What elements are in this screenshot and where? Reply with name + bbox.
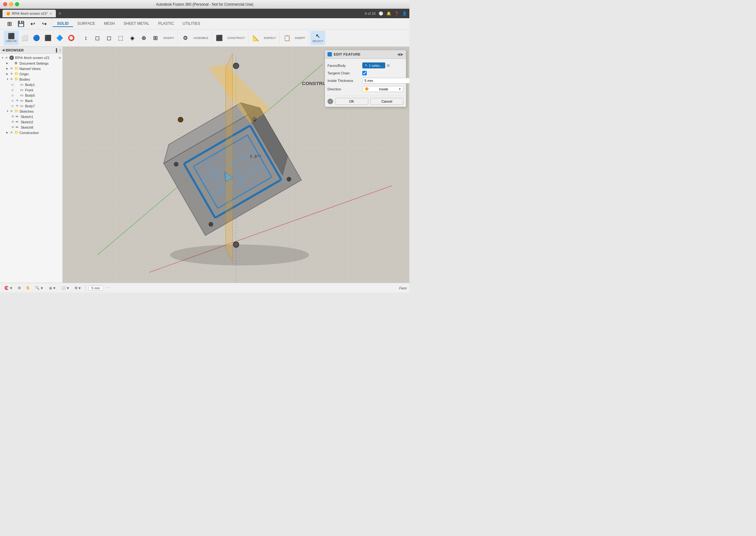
help-icon[interactable]: ❓: [394, 11, 399, 16]
faces-body-select-button[interactable]: ↖ 1 selec...: [362, 62, 385, 68]
tree-item-document-settings[interactable]: ▶ ⚙ Document Settings: [0, 61, 62, 66]
insert-label-btn[interactable]: INSERT: [293, 31, 307, 45]
sketch1-eye-icon[interactable]: 👁: [11, 115, 16, 118]
back-eye-icon[interactable]: 👁: [16, 99, 20, 102]
sketch2-eye-icon[interactable]: 👁: [11, 120, 16, 124]
tree-item-sketches[interactable]: ▼ 👁 📁 Sketches: [0, 109, 62, 114]
bottom-magnet-button[interactable]: 🧲 ▼: [3, 285, 15, 290]
redo-button[interactable]: ↪: [39, 17, 50, 31]
tab-close-icon[interactable]: ✕: [49, 12, 52, 16]
undo-button[interactable]: ↩: [27, 17, 38, 31]
new-component-button[interactable]: ⬛ CREATE: [4, 31, 19, 45]
history-icon[interactable]: 🕐: [379, 11, 383, 16]
tab-solid[interactable]: SOLID: [53, 21, 73, 27]
user-avatar[interactable]: 👤: [402, 11, 407, 16]
assemble-label-btn[interactable]: ASSEMBLE: [191, 31, 210, 45]
bottom-pan-button[interactable]: ✋: [24, 285, 32, 290]
info-button[interactable]: i: [328, 99, 333, 104]
faces-body-clear-button[interactable]: ✕: [387, 63, 390, 68]
origin-eye-icon[interactable]: 👁: [10, 72, 15, 76]
tree-item-back[interactable]: ⊠ 👁 ▭ Back: [0, 98, 62, 103]
extrude-button[interactable]: ⬜: [19, 31, 30, 45]
insert-button[interactable]: 📋: [281, 31, 293, 45]
tree-item-origin[interactable]: ▶ 👁 📁 Origin: [0, 71, 62, 77]
tree-item-body1[interactable]: ⊠ ▭ Body1: [0, 82, 62, 87]
press-pull-button[interactable]: ↕: [80, 31, 92, 45]
construction-arrow-icon: ▶: [6, 131, 10, 134]
shell-button[interactable]: ⬚: [115, 31, 126, 45]
chamfer-button[interactable]: ◻: [104, 31, 115, 45]
bottom-view-button[interactable]: ⬜ ▼: [59, 285, 72, 290]
revolve-button[interactable]: 🔵: [31, 31, 42, 45]
close-button[interactable]: [3, 2, 7, 6]
tree-item-bodies[interactable]: ▼ 👁 📁 Bodies: [0, 77, 62, 82]
construct-label-btn[interactable]: CONSTRUCT: [225, 31, 247, 45]
bodies-eye-icon[interactable]: 👁: [10, 78, 15, 81]
construction-eye-icon[interactable]: 👁: [10, 131, 15, 134]
body7-eye-icon[interactable]: 👁: [16, 104, 20, 108]
bottom-display-button[interactable]: 🖥 ▼: [47, 285, 58, 290]
tree-item-sketch2[interactable]: 👁 ✏ Sketch2: [0, 119, 62, 124]
body7-check-icon[interactable]: ⊠: [11, 105, 16, 108]
construct-plane-button[interactable]: ⬛: [214, 31, 225, 45]
maximize-button[interactable]: [15, 2, 19, 6]
tab-utilities[interactable]: UTILITIES: [178, 21, 205, 27]
toolbar-undo-group: ⊞ 💾 ↩ ↪: [3, 18, 51, 29]
tree-item-sketch8[interactable]: 👁 ✏ Sketch8: [0, 124, 62, 130]
cancel-button[interactable]: Cancel: [370, 98, 403, 105]
sketch1-name: Sketch1: [21, 115, 61, 118]
root-settings-icon[interactable]: ⚙: [58, 56, 61, 60]
inspect-label-btn[interactable]: INSPECT: [262, 31, 278, 45]
fillet-button[interactable]: ◻: [92, 31, 103, 45]
draft-button[interactable]: ◈: [127, 31, 138, 45]
root-eye-icon[interactable]: 👁: [5, 56, 10, 60]
loft-button[interactable]: 🔷: [54, 31, 65, 45]
combine-button[interactable]: ⊞: [150, 31, 161, 45]
active-tab[interactable]: 🟠 RPi4 4inch screen v21* ✕: [3, 10, 56, 17]
front-check-icon[interactable]: ⊠: [11, 88, 16, 92]
tab-sheet-metal[interactable]: SHEET METAL: [119, 21, 154, 27]
bottom-more-button[interactable]: ⋯: [104, 285, 111, 290]
assemble-label: ASSEMBLE: [193, 36, 208, 40]
notification-icon[interactable]: 🔔: [387, 11, 391, 16]
inspect-button[interactable]: 📐: [250, 31, 262, 45]
sweep-button[interactable]: ⬛: [42, 31, 54, 45]
titlebar: Autodesk Fusion 360 (Personal - Not for …: [0, 0, 409, 9]
sketches-eye-icon[interactable]: 👁: [10, 110, 15, 113]
body5-check-icon[interactable]: ⊠: [11, 94, 16, 97]
save-button[interactable]: 💾: [16, 17, 27, 31]
select-button[interactable]: ↖ SELECT: [311, 31, 325, 45]
minimize-button[interactable]: [9, 2, 13, 6]
bottom-zoom-button[interactable]: 🔍 ▼: [33, 285, 46, 290]
tree-item-body5[interactable]: ⊠ ▭ Body5: [0, 92, 62, 98]
joint-button[interactable]: ⚙: [180, 31, 191, 45]
back-check-icon[interactable]: ⊠: [11, 99, 16, 102]
browser-collapse-icon[interactable]: ▌: [56, 48, 58, 52]
browser-back-icon[interactable]: ◀: [2, 48, 4, 52]
tree-item-sketch1[interactable]: 👁 ✏ Sketch1: [0, 114, 62, 119]
sketch8-eye-icon[interactable]: 👁: [11, 125, 16, 129]
new-tab-button[interactable]: +: [56, 11, 63, 16]
tree-item-body7[interactable]: ⊠ 👁 ▭ Body7: [0, 103, 62, 109]
tangent-chain-checkbox[interactable]: [362, 71, 367, 75]
named-views-eye-icon[interactable]: 👁: [10, 67, 15, 70]
tab-mesh[interactable]: MESH: [99, 21, 119, 27]
scale-button[interactable]: ⊕: [138, 31, 150, 45]
direction-dropdown[interactable]: 🔶 Inside ▼: [362, 86, 403, 92]
modify-label-btn[interactable]: MODIFY: [162, 31, 176, 45]
tab-surface[interactable]: SURFACE: [73, 21, 100, 27]
bottom-mesh-button[interactable]: ⊞ ▼: [73, 285, 83, 290]
tree-item-named-views[interactable]: ▶ 👁 📁 Named Views: [0, 66, 62, 71]
panel-expand-button[interactable]: ◀ ▶: [397, 52, 403, 56]
inside-thickness-input[interactable]: [362, 78, 409, 84]
viewport[interactable]: X Y Z FRONT RIGHT 5.0⁰⁰ CONSTRUCT -: [63, 47, 409, 283]
tree-item-construction[interactable]: ▶ 👁 📁 Construction: [0, 130, 62, 135]
hole-button[interactable]: ⭕: [66, 31, 77, 45]
tree-item-front[interactable]: ⊠ ▭ Front: [0, 87, 62, 92]
body1-check-icon[interactable]: ⊠: [11, 83, 16, 86]
tree-root-item[interactable]: ▼ 👁 R RPi4 4inch screen v21 ⚙: [0, 55, 62, 61]
ok-button[interactable]: OK: [335, 98, 368, 105]
bottom-grid-button[interactable]: ⊞: [16, 285, 22, 290]
grid-button[interactable]: ⊞: [4, 17, 15, 31]
tab-plastic[interactable]: PLASTIC: [154, 21, 178, 27]
